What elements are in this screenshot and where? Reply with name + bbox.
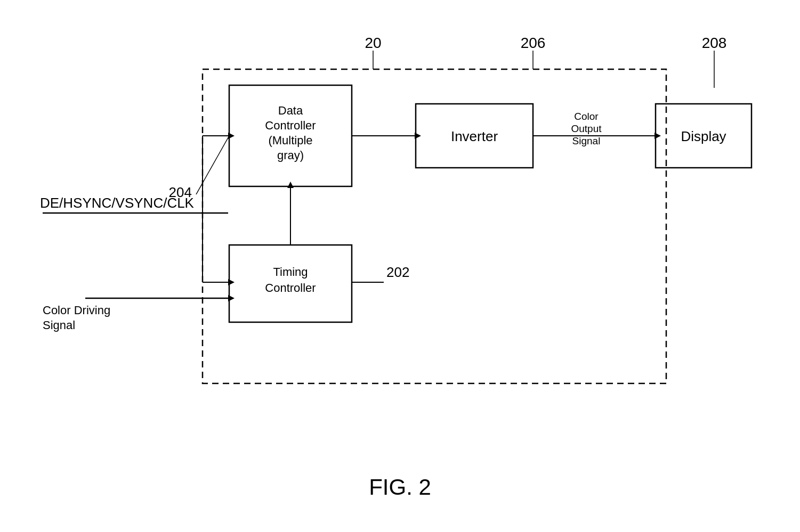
- svg-line-5: [196, 136, 229, 194]
- ref-20-label: 20: [365, 35, 381, 51]
- arrow-de-to-tc: [228, 279, 235, 285]
- ref-202-label: 202: [386, 264, 409, 280]
- ref-208-label: 208: [702, 35, 727, 51]
- arrow-tc-to-dc: [287, 182, 294, 188]
- de-hsync-label: DE/HSYNC/VSYNC/CLK: [40, 195, 195, 211]
- arrow-inv-to-disp: [654, 133, 661, 139]
- color-output-text-2: Output: [571, 123, 602, 134]
- arrow-cds-to-tc: [228, 295, 235, 301]
- timing-controller-text-1: Timing: [273, 265, 308, 279]
- figure-label: FIG. 2: [369, 474, 431, 500]
- display-text: Display: [681, 128, 726, 144]
- data-controller-text-2: Controller: [265, 119, 316, 132]
- color-driving-text-2: Signal: [43, 318, 75, 332]
- timing-controller-text-2: Controller: [265, 281, 316, 294]
- color-driving-text-1: Color Driving: [43, 304, 110, 317]
- data-controller-text-3: (Multiple: [268, 134, 312, 147]
- data-controller-text-4: gray): [277, 149, 304, 162]
- arrow-dc-to-inv: [415, 133, 421, 139]
- arrow-input-to-dc: [228, 133, 235, 139]
- color-output-text-1: Color: [574, 111, 599, 122]
- ref-206-label: 206: [521, 35, 546, 51]
- diagram-container: 20 206 208 Data Controller (Multiple gra…: [0, 0, 800, 532]
- color-output-text-3: Signal: [572, 135, 601, 146]
- inverter-text: Inverter: [451, 128, 498, 144]
- data-controller-text-1: Data: [278, 104, 303, 117]
